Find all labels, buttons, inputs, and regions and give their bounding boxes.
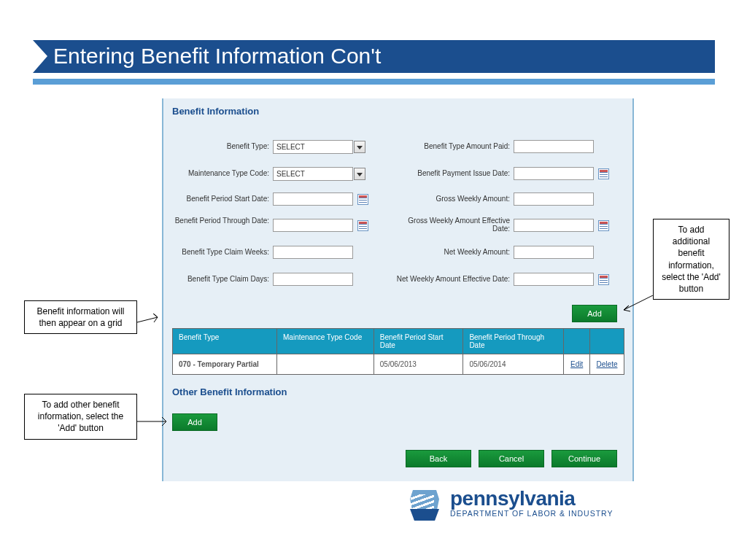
label-mtc: Maintenance Type Code: bbox=[171, 169, 269, 177]
col-through: Benefit Period Through Date bbox=[463, 329, 564, 354]
add-other-benefit-button[interactable]: Add bbox=[172, 413, 217, 431]
label-issue-date: Benefit Payment Issue Date: bbox=[390, 169, 510, 177]
callout-add-other: To add other benefit information, select… bbox=[24, 394, 137, 440]
title-arrow-icon bbox=[33, 40, 47, 73]
input-net-weekly-eff[interactable] bbox=[514, 273, 594, 286]
label-through-date: Benefit Period Through Date: bbox=[171, 217, 269, 225]
input-through-date[interactable] bbox=[273, 219, 353, 232]
input-claim-days[interactable] bbox=[273, 273, 353, 286]
table-header-row: Benefit Type Maintenance Type Code Benef… bbox=[173, 329, 624, 354]
callout-add-benefit: To add additional benefit information, s… bbox=[653, 219, 729, 300]
add-benefit-button[interactable]: Add bbox=[572, 305, 617, 322]
col-start: Benefit Period Start Date bbox=[374, 329, 463, 354]
calendar-icon[interactable] bbox=[598, 274, 609, 285]
callout-grid: Benefit information will then appear on … bbox=[24, 300, 137, 334]
label-start-date: Benefit Period Start Date: bbox=[171, 195, 269, 203]
label-net-weekly-eff: Net Weekly Amount Effective Date: bbox=[390, 275, 510, 283]
label-gross-weekly-eff: Gross Weekly Amount Effective Date: bbox=[390, 217, 510, 233]
label-benefit-type: Benefit Type: bbox=[171, 142, 269, 150]
input-start-date[interactable] bbox=[273, 192, 353, 206]
delete-link[interactable]: Delete bbox=[590, 354, 624, 375]
calendar-icon[interactable] bbox=[357, 220, 368, 231]
logo-state: pennsylvania bbox=[450, 489, 614, 509]
col-delete bbox=[590, 329, 624, 354]
callout-arrow-icon bbox=[137, 414, 174, 432]
callout-arrow-icon bbox=[137, 314, 166, 339]
input-gross-weekly[interactable] bbox=[514, 192, 594, 206]
dropdown-icon[interactable] bbox=[354, 168, 365, 180]
cell-benefit-type: 070 - Temporary Partial bbox=[173, 354, 277, 375]
slide-title: Entering Benefit Information Con't bbox=[33, 40, 715, 72]
label-claim-days: Benefit Type Claim Days: bbox=[171, 275, 269, 283]
form-area: Benefit Type: Maintenance Type Code: Ben… bbox=[171, 128, 627, 317]
benefit-grid: Benefit Type Maintenance Type Code Benef… bbox=[172, 328, 624, 375]
section-benefit-info-title: Benefit Information bbox=[172, 106, 259, 117]
logo-text: pennsylvania DEPARTMENT OF LABOR & INDUS… bbox=[450, 489, 614, 518]
cancel-button[interactable]: Cancel bbox=[479, 450, 544, 467]
cell-through: 05/06/2014 bbox=[463, 354, 564, 375]
input-gross-weekly-eff[interactable] bbox=[514, 219, 594, 232]
col-edit bbox=[564, 329, 590, 354]
input-issue-date[interactable] bbox=[514, 167, 594, 180]
select-mtc[interactable]: SELECT bbox=[273, 167, 353, 181]
title-underline bbox=[33, 79, 715, 85]
calendar-icon[interactable] bbox=[357, 194, 368, 205]
cell-mtc bbox=[277, 354, 374, 375]
back-button[interactable]: Back bbox=[406, 450, 471, 467]
calendar-icon[interactable] bbox=[598, 220, 609, 231]
edit-link[interactable]: Edit bbox=[564, 354, 590, 375]
dropdown-icon[interactable] bbox=[354, 141, 365, 153]
table-row: 070 - Temporary Partial 05/06/2013 05/06… bbox=[173, 354, 624, 375]
label-claim-weeks: Benefit Type Claim Weeks: bbox=[171, 248, 269, 256]
col-mtc: Maintenance Type Code bbox=[277, 329, 374, 354]
label-gross-weekly: Gross Weekly Amount: bbox=[390, 195, 510, 203]
benefit-panel: Benefit Information Benefit Type: Mainte… bbox=[162, 98, 634, 481]
callout-arrow-icon bbox=[620, 295, 657, 317]
input-claim-weeks[interactable] bbox=[273, 246, 353, 259]
col-benefit-type: Benefit Type bbox=[173, 329, 277, 354]
label-net-weekly: Net Weekly Amount: bbox=[390, 248, 510, 256]
keystone-icon bbox=[405, 490, 445, 521]
select-benefit-type[interactable]: SELECT bbox=[273, 140, 353, 154]
slide-title-bar: Entering Benefit Information Con't bbox=[33, 40, 715, 73]
logo-dept: DEPARTMENT OF LABOR & INDUSTRY bbox=[450, 509, 614, 518]
label-amount-paid: Benefit Type Amount Paid: bbox=[390, 142, 510, 150]
section-other-benefit-title: Other Benefit Information bbox=[172, 386, 287, 397]
continue-button[interactable]: Continue bbox=[551, 450, 617, 467]
calendar-icon[interactable] bbox=[598, 168, 609, 179]
input-net-weekly[interactable] bbox=[514, 246, 594, 259]
cell-start: 05/06/2013 bbox=[374, 354, 463, 375]
input-amount-paid[interactable] bbox=[514, 140, 594, 153]
